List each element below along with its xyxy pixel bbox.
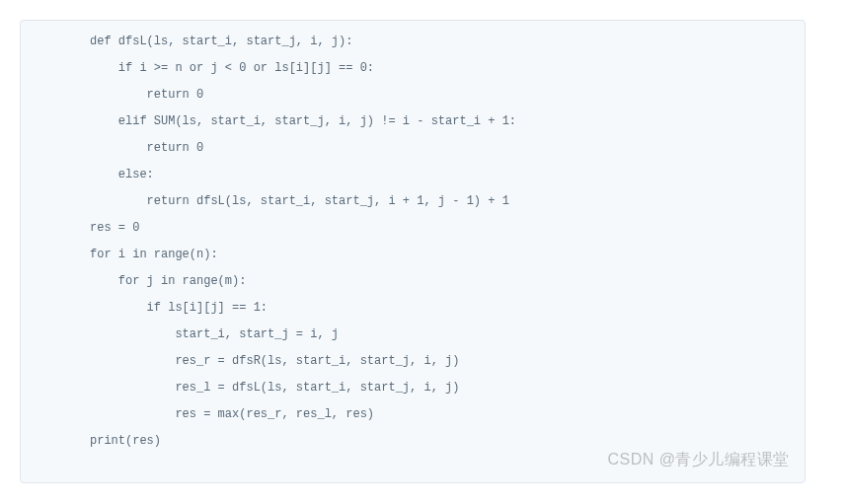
code-line: for j in range(m): <box>21 268 805 295</box>
code-line: elif SUM(ls, start_i, start_j, i, j) != … <box>21 108 805 135</box>
watermark-text: CSDN @青少儿编程课堂 <box>607 446 790 472</box>
code-line: start_i, start_j = i, j <box>21 322 805 348</box>
code-line: if i >= n or j < 0 or ls[i][j] == 0: <box>21 55 805 82</box>
code-line: return 0 <box>21 135 805 162</box>
code-line: if ls[i][j] == 1: <box>21 295 805 322</box>
code-line: for i in range(n): <box>21 242 805 268</box>
code-line: res_l = dfsL(ls, start_i, start_j, i, j) <box>21 375 805 401</box>
code-block: def dfsL(ls, start_i, start_j, i, j): if… <box>20 20 806 483</box>
code-lines: def dfsL(ls, start_i, start_j, i, j): if… <box>21 29 805 455</box>
code-line: res = max(res_r, res_l, res) <box>21 401 805 428</box>
code-line: def dfsL(ls, start_i, start_j, i, j): <box>21 29 805 55</box>
code-line: else: <box>21 162 805 188</box>
code-line: res = 0 <box>21 215 805 242</box>
code-line: return 0 <box>21 82 805 108</box>
code-line: res_r = dfsR(ls, start_i, start_j, i, j) <box>21 348 805 375</box>
code-line: return dfsL(ls, start_i, start_j, i + 1,… <box>21 188 805 215</box>
